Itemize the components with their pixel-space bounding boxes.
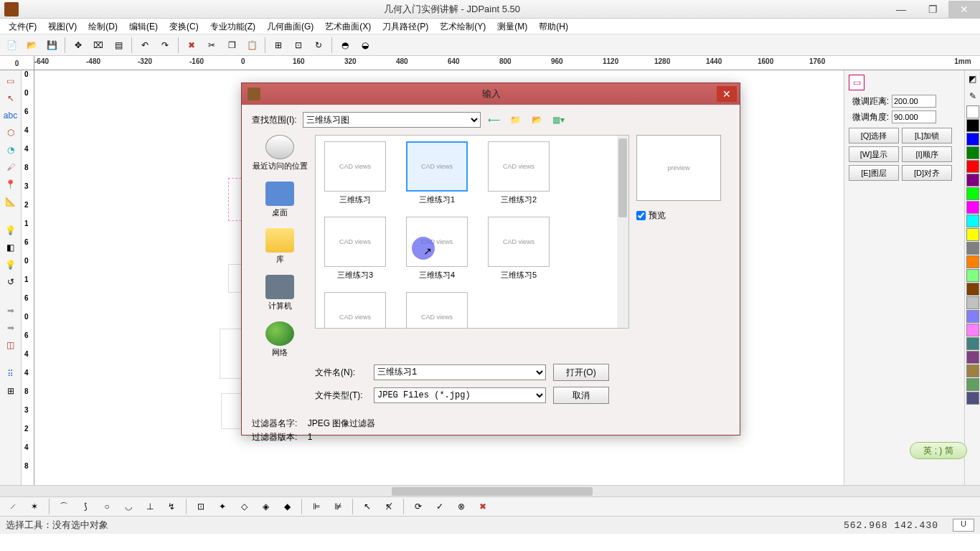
color-swatch[interactable] — [966, 255, 979, 268]
btn-align[interactable]: [D]对齐 — [902, 165, 952, 181]
bt-icon[interactable]: ↖ — [359, 498, 376, 515]
cube-icon[interactable]: ◫ — [2, 337, 19, 353]
bt-icon[interactable]: ✓ — [431, 498, 448, 515]
menu-artdraw[interactable]: 艺术绘制(Y) — [434, 19, 491, 34]
bt-icon[interactable]: ◡ — [120, 498, 137, 515]
arrow-up-icon[interactable]: ➡ — [2, 303, 19, 319]
bt-icon[interactable]: ⟆ — [77, 498, 94, 515]
up-folder-icon[interactable]: 📁 — [508, 113, 524, 127]
grid2-icon[interactable]: ⊞ — [2, 383, 19, 399]
menu-edit[interactable]: 编辑(E) — [123, 19, 164, 34]
menu-file[interactable]: 文件(F) — [3, 19, 42, 34]
btn-order[interactable]: [I]顺序 — [902, 146, 952, 162]
undo-icon[interactable]: ↶ — [136, 37, 154, 54]
file-thumbnail[interactable]: CAD views三维练习6 — [321, 292, 389, 329]
menu-help[interactable]: 帮助(H) — [533, 19, 574, 34]
color-swatch[interactable] — [966, 269, 979, 282]
color-swatch[interactable] — [966, 283, 979, 296]
btn-select[interactable]: [Q]选择 — [849, 128, 899, 143]
bt-icon[interactable]: ⟳ — [410, 498, 427, 515]
preview-checkbox-row[interactable]: 预览 — [636, 209, 721, 222]
dots-icon[interactable]: ⠿ — [2, 366, 19, 382]
cut-icon[interactable]: ✖ — [183, 37, 200, 54]
menu-measure[interactable]: 测量(M) — [491, 19, 533, 34]
paste-icon[interactable]: 📋 — [243, 37, 260, 54]
btn-layer[interactable]: [E]图层 — [849, 165, 899, 181]
status-u-button[interactable]: U — [953, 519, 974, 532]
new-folder-icon[interactable]: 📂 — [529, 113, 545, 127]
btn-lock[interactable]: [L]加锁 — [902, 128, 952, 143]
dialog-titlebar[interactable]: 输入 ✕ — [242, 83, 740, 105]
new-file-icon[interactable]: 📄 — [3, 37, 20, 54]
bt-icon[interactable]: ○ — [98, 498, 116, 515]
file-list-scrollbar[interactable] — [617, 136, 628, 328]
minimize-button[interactable]: — — [885, 1, 917, 18]
menu-view[interactable]: 视图(V) — [42, 19, 83, 34]
measure-icon[interactable]: 📐 — [2, 194, 19, 209]
color-swatch[interactable] — [966, 337, 979, 350]
dialog-close-button[interactable]: ✕ — [717, 86, 737, 102]
pointer-icon[interactable]: ↖ — [2, 90, 19, 106]
color-swatch[interactable] — [966, 228, 979, 241]
file-thumbnail[interactable]: CAD views三维练习2 — [485, 141, 552, 205]
bt-icon[interactable]: ◇ — [235, 498, 253, 515]
look-in-select[interactable]: 三维练习图 — [303, 112, 481, 128]
view-menu-icon[interactable]: ▦▾ — [551, 113, 567, 127]
file-list[interactable]: CAD views三维练习CAD views三维练习1CAD views三维练习… — [315, 135, 629, 329]
filetype-field[interactable]: JPEG Files (*.jpg) — [374, 387, 546, 403]
layer-icon[interactable]: ◧ — [2, 240, 19, 255]
select-rect-icon[interactable]: ▭ — [2, 73, 19, 89]
color-swatch[interactable] — [966, 242, 979, 255]
copy-icon[interactable]: ❐ — [223, 37, 240, 54]
bt-icon[interactable]: ⊫ — [308, 498, 325, 515]
color-swatch[interactable] — [966, 146, 979, 159]
cancel-button[interactable]: 取消 — [553, 387, 609, 404]
bt-icon[interactable]: ◈ — [257, 498, 274, 515]
bt-icon[interactable]: ↖̸ — [380, 498, 397, 515]
delete-icon[interactable]: ⌧ — [90, 37, 107, 54]
color-swatch[interactable] — [966, 187, 979, 200]
ime-indicator[interactable]: 英 ; ) 简 — [910, 442, 967, 459]
color-swatch[interactable] — [966, 119, 979, 132]
color-swatch[interactable] — [966, 351, 979, 364]
bt-icon[interactable]: ⊥ — [141, 498, 159, 515]
file-thumbnail[interactable]: CAD views三维练习4 — [403, 217, 471, 281]
menu-geo[interactable]: 几何曲面(G) — [261, 19, 319, 34]
filename-field[interactable]: 三维练习1 — [374, 364, 546, 380]
dist-input[interactable] — [892, 95, 936, 108]
file-thumbnail[interactable]: CAD views三维练习1 — [403, 141, 471, 205]
close-button[interactable]: ✕ — [948, 1, 980, 18]
bt-icon[interactable]: ⊗ — [453, 498, 470, 515]
pencil-icon[interactable]: ✎ — [965, 88, 980, 105]
scissors-icon[interactable]: ✂ — [203, 37, 220, 54]
color-swatch[interactable] — [966, 296, 979, 309]
redo-icon[interactable]: ↷ — [156, 37, 174, 54]
save-file-icon[interactable]: 💾 — [43, 37, 60, 54]
color-swatch[interactable] — [966, 201, 979, 214]
color-swatch[interactable] — [966, 160, 979, 173]
file-thumbnail[interactable]: CAD views三维练习7 — [403, 292, 471, 329]
open-button[interactable]: 打开(O) — [553, 364, 609, 381]
back-icon[interactable]: ⟵ — [486, 113, 502, 127]
bt-icon[interactable]: ⊯ — [329, 498, 347, 515]
color-swatch[interactable] — [966, 133, 979, 146]
open-file-icon[interactable]: 📂 — [23, 37, 40, 54]
bt-cancel-icon[interactable]: ✖ — [474, 498, 491, 515]
h-scroll-thumb[interactable] — [392, 487, 593, 496]
h-scrollbar[interactable] — [0, 485, 980, 496]
menu-draw[interactable]: 绘制(D) — [83, 19, 123, 34]
place-computer[interactable]: 计算机 — [265, 275, 294, 311]
color-swatch[interactable] — [966, 324, 979, 336]
grid-icon[interactable]: ⊞ — [270, 37, 287, 54]
polygon-icon[interactable]: ⬡ — [2, 125, 19, 141]
angle-input[interactable] — [892, 110, 936, 123]
snap-icon[interactable]: ⊡ — [290, 37, 307, 54]
bulb-icon[interactable]: 💡 — [2, 222, 19, 238]
bt-icon[interactable]: ⟋ — [4, 498, 22, 515]
color-swatch[interactable] — [966, 392, 979, 405]
menu-pro[interactable]: 专业功能(Z) — [204, 19, 261, 34]
place-network[interactable]: 网络 — [265, 321, 294, 358]
file-thumbnail[interactable]: CAD views三维练习5 — [485, 217, 552, 281]
stack-icon[interactable]: ▤ — [110, 37, 127, 54]
color-swatch[interactable] — [966, 364, 979, 377]
